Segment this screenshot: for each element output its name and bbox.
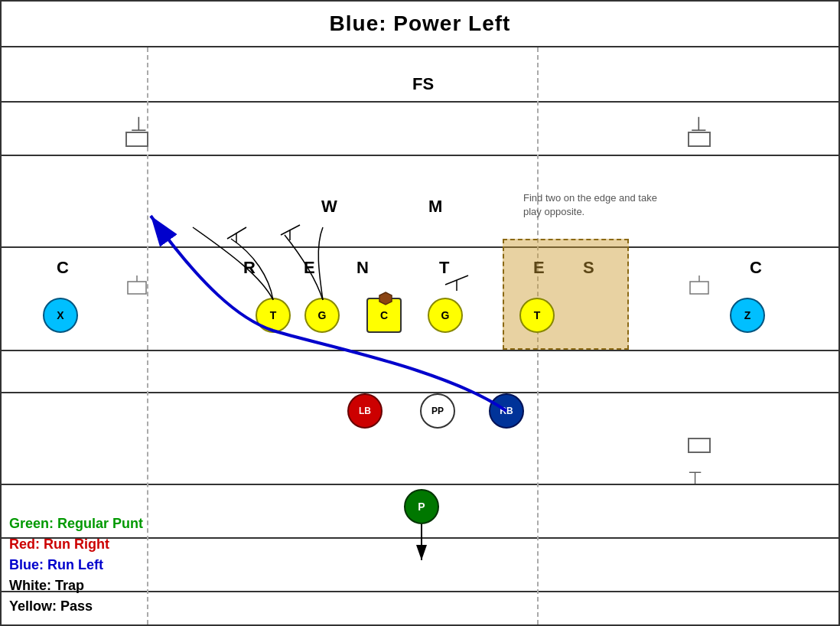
label-m: M [428, 197, 442, 217]
legend-red: Red: Run Right [9, 534, 143, 555]
play-note: Find two on the edge and take play oppos… [523, 191, 661, 219]
player-rb: RB [489, 393, 524, 429]
svg-rect-11 [128, 282, 146, 294]
label-r: R [243, 258, 256, 278]
label-t: T [439, 258, 449, 278]
player-pp: PP [420, 393, 455, 429]
yard-line-1 [2, 101, 838, 103]
yard-marker-br-box [688, 438, 711, 453]
yard-line-2 [2, 155, 838, 156]
player-lb: LB [347, 393, 383, 429]
yard-marker-br: ⊤ [688, 468, 702, 488]
yard-marker-ml [125, 276, 148, 300]
svg-line-4 [227, 227, 246, 239]
football-field: Blue: Power Left Find two on the edge an… [0, 0, 840, 626]
label-c-right: C [750, 258, 762, 278]
yard-line-5 [2, 392, 838, 393]
yard-line-3 [2, 246, 838, 248]
label-fs: FS [412, 74, 434, 94]
player-x: X [43, 298, 78, 333]
yard-line-6 [2, 484, 838, 485]
es-highlight-box [503, 239, 629, 350]
player-z: Z [730, 298, 765, 333]
yard-marker-tr-box [688, 132, 711, 147]
player-g-right: G [428, 298, 463, 333]
label-c-left: C [57, 258, 69, 278]
snap-symbol [378, 291, 393, 309]
player-t-right: T [519, 298, 555, 333]
player-t-left: T [256, 298, 291, 333]
legend-blue: Blue: Run Left [9, 555, 143, 575]
label-w: W [321, 197, 337, 217]
label-e: E [304, 258, 315, 278]
legend-green: Green: Regular Punt [9, 514, 143, 534]
svg-line-6 [281, 225, 300, 235]
label-n: N [357, 258, 369, 278]
yard-marker-tl-box [125, 132, 148, 147]
yard-line-4 [2, 350, 838, 351]
legend-yellow: Yellow: Pass [9, 596, 143, 617]
svg-rect-13 [690, 282, 708, 294]
title-bar: Blue: Power Left [2, 2, 838, 47]
player-g-left: G [304, 298, 340, 333]
svg-marker-0 [379, 292, 392, 305]
legend: Green: Regular Punt Red: Run Right Blue:… [9, 514, 143, 617]
yard-marker-mr [688, 276, 711, 302]
legend-white: White: Trap [9, 575, 143, 596]
play-title: Blue: Power Left [330, 11, 511, 36]
player-p: P [404, 489, 439, 524]
